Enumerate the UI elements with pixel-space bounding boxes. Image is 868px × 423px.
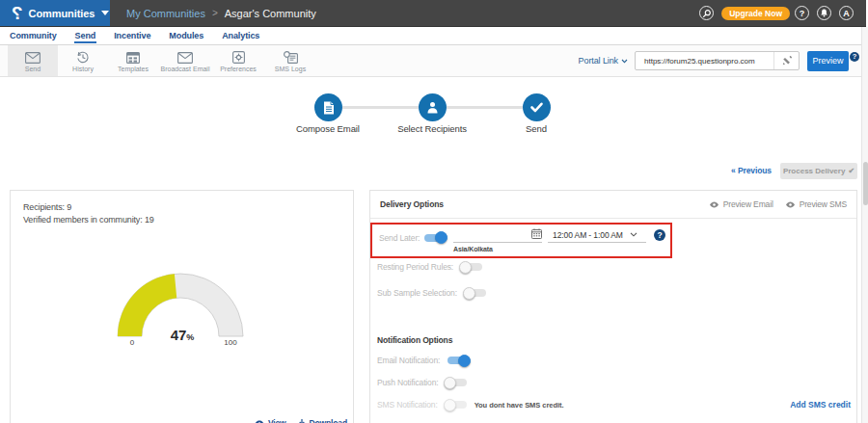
eye-icon	[255, 420, 264, 423]
email-notification-toggle[interactable]	[447, 355, 469, 367]
tab-analytics[interactable]: Analytics	[222, 28, 259, 44]
history-icon	[76, 51, 90, 64]
resting-period-row: Resting Period Rules:	[377, 259, 482, 275]
step-connector	[342, 106, 419, 109]
chevron-down-icon	[630, 232, 637, 237]
notification-options-header: Notification Options	[377, 332, 452, 348]
check-icon	[530, 102, 543, 113]
help-button[interactable]: ?	[795, 6, 809, 20]
breadcrumb-current: Asgar's Community	[225, 8, 316, 19]
sms-notification-row: SMS Notification: You dont have SMS cred…	[377, 397, 851, 412]
scrollbar-track[interactable]	[861, 27, 868, 423]
sub-sample-row: Sub Sample Selection:	[377, 285, 486, 301]
panel-title: Delivery Options	[380, 199, 444, 209]
send-later-help-icon[interactable]: ?	[654, 229, 665, 241]
toolbar-item-label: Templates	[118, 66, 149, 72]
process-delivery-label: Process Delivery	[783, 167, 846, 175]
step-connector	[447, 106, 523, 109]
send-time-select[interactable]: 12:00 AM - 1:00 AM	[548, 227, 646, 243]
download-link-label: Download	[310, 418, 347, 423]
toolbar-item-sms-logs[interactable]: SMS Logs	[264, 45, 316, 76]
toolbar-item-templates[interactable]: Templates	[108, 45, 158, 76]
step-select-recipients[interactable]	[419, 93, 447, 121]
topbar-actions: Upgrade Now ? A	[699, 0, 866, 26]
templates-icon	[126, 52, 140, 64]
upgrade-now-button[interactable]: Upgrade Now	[721, 7, 790, 20]
check-icon: ✔	[848, 167, 854, 175]
delivery-options-header: Delivery Options Preview Email Preview S…	[370, 191, 856, 219]
view-link[interactable]: View	[255, 418, 286, 423]
previous-link[interactable]: « Previous	[731, 166, 772, 175]
step-compose-email[interactable]	[314, 93, 342, 121]
tab-send[interactable]: Send	[75, 28, 96, 44]
communities-menu-label: Communities	[29, 8, 95, 19]
gauge-max-label: 100	[224, 338, 237, 347]
eye-icon	[785, 201, 796, 208]
portal-link-dropdown[interactable]: Portal Link	[579, 56, 628, 66]
tab-community[interactable]: Community	[10, 28, 57, 44]
topbar: ? Communities My Communities > Asgar's C…	[0, 0, 866, 27]
bell-icon	[820, 9, 828, 17]
search-button[interactable]	[699, 6, 714, 20]
notification-options-title: Notification Options	[377, 335, 452, 345]
portal-help-icon[interactable]: ?	[850, 52, 859, 62]
send-later-highlight-box: Send Later: 12:00 AM - 1:00 AM ? Asia/Ko…	[370, 223, 672, 258]
sub-sample-label: Sub Sample Selection:	[377, 288, 457, 298]
preview-email-label: Preview Email	[723, 199, 773, 209]
calendar-icon	[531, 228, 542, 239]
portal-url-input[interactable]	[636, 57, 773, 66]
send-time-value: 12:00 AM - 1:00 AM	[553, 230, 623, 240]
step-send[interactable]	[523, 93, 551, 121]
step-label-compose-email: Compose Email	[270, 123, 386, 134]
gauge-min-label: 0	[130, 338, 135, 347]
sub-sample-toggle[interactable]	[464, 287, 486, 300]
breadcrumb-separator: >	[212, 8, 218, 18]
toolbar-item-broadcast-email[interactable]: Broadcast Email	[158, 45, 212, 76]
send-wizard-stepper: Compose Email Select Recipients Send	[0, 93, 866, 137]
sms-notification-toggle[interactable]	[445, 399, 467, 411]
toolbar-item-label: SMS Logs	[275, 66, 306, 72]
questionpro-logo-icon: ?	[12, 4, 23, 22]
toolbar-item-preferences[interactable]: Preferences	[212, 45, 264, 76]
tab-incentive[interactable]: Incentive	[114, 28, 150, 44]
preview-button[interactable]: Preview	[807, 51, 849, 71]
toolbar-item-label: Send	[25, 66, 41, 72]
preview-sms-label: Preview SMS	[800, 199, 847, 209]
breadcrumb: My Communities > Asgar's Community	[110, 0, 699, 26]
preview-sms-link[interactable]: Preview SMS	[785, 199, 847, 209]
view-link-label: View	[268, 418, 286, 423]
toolbar-item-send[interactable]: Send	[8, 45, 58, 76]
communities-menu[interactable]: ? Communities	[0, 0, 110, 26]
document-icon	[323, 101, 335, 115]
push-notification-row: Push Notification:	[377, 375, 467, 390]
resting-period-toggle[interactable]	[460, 261, 482, 274]
toolbar-item-label: History	[72, 66, 94, 72]
recipients-panel: Recipients: 9 Verified members in commun…	[10, 190, 354, 423]
breadcrumb-parent-link[interactable]: My Communities	[126, 8, 205, 19]
send-later-label: Send Later:	[379, 233, 420, 243]
portal-link-group: Portal Link Preview ?	[579, 45, 866, 76]
send-date-input[interactable]	[453, 227, 542, 243]
portal-url-field	[635, 51, 800, 70]
add-sms-credit-link[interactable]: Add SMS credit	[790, 400, 851, 410]
resting-period-label: Resting Period Rules:	[377, 262, 453, 272]
nav-tabs: Community Send Incentive Modules Analyti…	[0, 27, 866, 45]
step-label-select-recipients: Select Recipients	[374, 123, 490, 134]
person-icon	[426, 101, 439, 114]
avatar-button[interactable]: A	[839, 6, 854, 20]
download-link[interactable]: Download	[298, 418, 347, 423]
notifications-button[interactable]	[817, 6, 831, 20]
push-notification-toggle[interactable]	[445, 377, 467, 389]
scrollbar-thumb[interactable]	[863, 162, 868, 205]
tab-modules[interactable]: Modules	[169, 28, 203, 44]
edit-url-button[interactable]	[773, 52, 799, 69]
toolbar-item-history[interactable]: History	[58, 45, 108, 76]
preview-email-link[interactable]: Preview Email	[709, 199, 773, 209]
send-later-toggle[interactable]	[423, 231, 446, 244]
sms-notification-label: SMS Notification:	[377, 400, 438, 410]
delivery-options-panel: Delivery Options Preview Email Preview S…	[369, 190, 857, 423]
process-delivery-button[interactable]: Process Delivery ✔	[780, 163, 857, 179]
toolbar-item-label: Preferences	[220, 66, 257, 72]
email-notification-label: Email Notification:	[377, 356, 440, 365]
portal-link-label: Portal Link	[579, 56, 618, 66]
